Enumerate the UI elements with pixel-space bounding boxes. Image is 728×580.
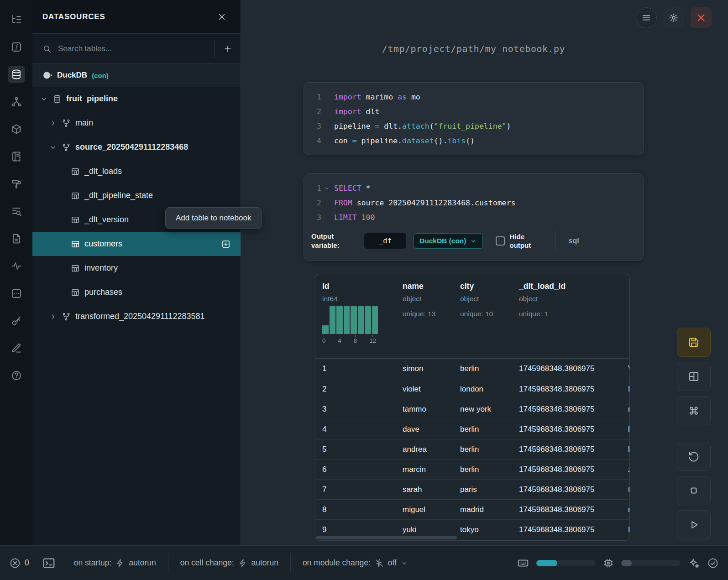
layout-button[interactable] (677, 362, 711, 391)
table-cell: 1745968348.3806975 (512, 465, 621, 474)
search-tables-input[interactable] (58, 44, 215, 53)
spacer (677, 430, 711, 437)
table-cell: 9 (315, 525, 396, 534)
settings-button[interactable] (663, 7, 684, 28)
python-code-editor[interactable]: 1import marimo as mo2import dlt3pipeline… (304, 90, 643, 148)
connection-status-button[interactable] (707, 557, 719, 569)
output-variable-input[interactable] (364, 233, 406, 249)
activity-table-of-contents-button[interactable] (8, 203, 25, 220)
tree-schema-main[interactable]: main (32, 111, 241, 135)
hide-output-checkbox[interactable] (496, 236, 505, 246)
activity-tools-button[interactable] (8, 175, 25, 193)
table-horizontal-scrollbar[interactable] (316, 536, 628, 539)
column-header-city[interactable]: cityobjectunique: 10 (453, 282, 512, 358)
command-palette-button[interactable] (677, 396, 711, 425)
activity-datasources-button[interactable] (8, 66, 25, 83)
cpu-slider[interactable] (621, 560, 681, 566)
sql-code-editor[interactable]: 1SELECT *2FROM source_202504291112283468… (304, 181, 643, 225)
add-datasource-button[interactable] (215, 34, 241, 63)
table-cell: berlin (453, 425, 512, 434)
line-number: 2 (304, 105, 321, 119)
tree-table-_dlt_loads[interactable]: _dlt_loads (32, 159, 241, 183)
table-cell: 1745968348.3806975 (512, 364, 621, 373)
table-cell: 3 (315, 405, 396, 414)
tree-item-label: fruit_pipeline (66, 94, 118, 104)
panel-title: DATASOURCES (42, 12, 105, 21)
save-button[interactable] (677, 328, 711, 357)
table-icon (71, 264, 80, 273)
scratchpad-icon (11, 343, 22, 354)
activity-documentation-button[interactable] (8, 230, 25, 247)
menu-button[interactable] (636, 7, 657, 28)
line-number: 3 (304, 119, 321, 134)
mode-on-module-change[interactable]: on module change:off (291, 558, 420, 568)
table-cell: V (621, 364, 630, 373)
tree-item-label: transformed_202504291112283581 (75, 312, 205, 321)
sql-cell[interactable]: 1SELECT *2FROM source_202504291112283468… (304, 173, 644, 261)
table-row[interactable]: 3tammonew york1745968348.3806975n (315, 399, 629, 419)
add-to-notebook-icon[interactable] (221, 240, 230, 249)
activity-functions-button[interactable]: f (8, 38, 25, 56)
activity-notebook-button[interactable] (8, 148, 25, 165)
mode-on-startup[interactable]: on startup:autorun (62, 558, 168, 568)
activity-packages-button[interactable] (8, 120, 25, 138)
engine-select[interactable]: DuckDB (con) (414, 233, 483, 249)
search-row (32, 34, 241, 64)
table-row[interactable]: 5andreaberlin1745968348.3806975k (315, 439, 629, 459)
column-header-id[interactable]: idint6404812 (315, 282, 396, 358)
divider (555, 230, 555, 251)
output-variable-label: Output variable: (311, 232, 348, 251)
tree-table-_dlt_pipeline_state[interactable]: _dlt_pipeline_state (32, 183, 241, 208)
fold-icon[interactable] (324, 185, 330, 192)
close-app-button[interactable] (691, 7, 712, 28)
column-header-name[interactable]: nameobjectunique: 13 (396, 282, 453, 358)
scrollbar-thumb[interactable] (316, 536, 457, 539)
layout-icon (688, 371, 700, 382)
table-row[interactable]: 1simonberlin1745968348.3806975V (315, 359, 629, 379)
status-bar: 0 on startup:autorunon cell change:autor… (0, 545, 728, 580)
tree-item-label: source_202504291112283468 (75, 142, 188, 152)
activity-file-explorer-button[interactable] (8, 11, 25, 28)
table-row[interactable]: 2violetlondon1745968348.3806975D (315, 379, 629, 399)
tree-table-purchases[interactable]: purchases (32, 280, 241, 304)
activity-secrets-button[interactable] (8, 312, 25, 329)
tree-database-fruit_pipeline[interactable]: fruit_pipeline (32, 87, 241, 111)
mode-on-cell-change[interactable]: on cell change:autorun (168, 558, 290, 568)
activity-dependencies-button[interactable] (8, 93, 25, 110)
datasources-panel: DATASOURCES DuckDB (con) fruit_pipelinem… (32, 0, 241, 545)
table-cell: berlin (453, 445, 512, 454)
column-header-clipped[interactable] (621, 282, 630, 358)
column-header-_dlt_load_id[interactable]: _dlt_load_idobjectunique: 1 (512, 282, 621, 358)
activity-snippets-button[interactable] (8, 285, 25, 302)
tree-table-customers[interactable]: customers (32, 232, 241, 256)
activity-help-button[interactable] (8, 367, 25, 384)
ai-assistant-button[interactable] (688, 557, 700, 569)
table-cell: t (621, 485, 630, 494)
table-row[interactable]: 8miguelmadrid1745968348.3806975r (315, 499, 629, 519)
table-row[interactable]: 7sarahparis1745968348.3806975t (315, 479, 629, 499)
error-counter-button[interactable]: 0 (9, 557, 29, 569)
close-panel-button[interactable] (213, 8, 230, 26)
tree-table-inventory[interactable]: inventory (32, 256, 241, 280)
panel-header: DATASOURCES (32, 0, 241, 34)
table-cell: sarah (396, 485, 453, 494)
keyboard-slider[interactable] (536, 560, 596, 566)
tree-schema-source_202504291112283468[interactable]: source_202504291112283468 (32, 135, 241, 159)
table-cell: 8 (315, 505, 396, 514)
table-row[interactable]: 6marcinberlin1745968348.3806975z (315, 459, 629, 479)
stop-button[interactable] (677, 476, 711, 505)
tree-schema-transformed_202504291112283581[interactable]: transformed_202504291112283581 (32, 304, 241, 329)
activity-scratchpad-button[interactable] (8, 340, 25, 357)
run-button[interactable] (677, 510, 711, 539)
terminal-button[interactable] (42, 556, 56, 570)
undo-button[interactable] (677, 442, 711, 471)
activity-tracing-button[interactable] (8, 257, 25, 275)
table-icon (71, 167, 80, 176)
python-cell[interactable]: 1import marimo as mo2import dlt3pipeline… (304, 82, 644, 155)
connection-name: DuckDB (57, 71, 87, 80)
connection-row[interactable]: DuckDB (con) (32, 64, 241, 87)
line-number: 2 (304, 196, 321, 210)
chevron-down-icon (40, 95, 48, 103)
language-badge: sql (568, 237, 579, 245)
table-row[interactable]: 4daveberlin1745968348.3806975h (315, 419, 629, 439)
